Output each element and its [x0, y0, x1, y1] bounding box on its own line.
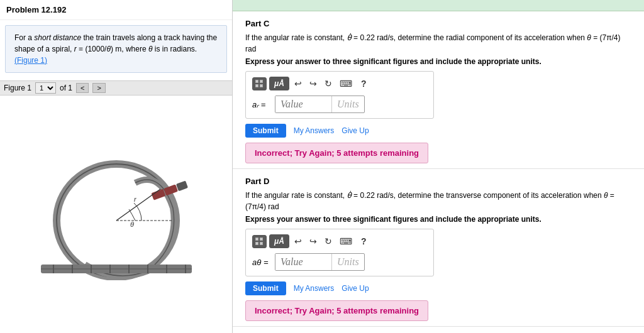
part-d-help-button[interactable]: ? [357, 234, 370, 248]
top-bar [233, 0, 644, 11]
part-d-feedback: Incorrect; Try Again; 5 attempts remaini… [245, 300, 428, 321]
part-c-refresh-button[interactable]: ↻ [322, 77, 335, 90]
part-d-value-input[interactable] [275, 254, 332, 270]
part-c-submit-button[interactable]: Submit [245, 124, 286, 138]
part-d-redo-button[interactable]: ↪ [307, 235, 319, 248]
part-c-my-answers-link[interactable]: My Answers [294, 126, 335, 135]
figure-bar: Figure 1 1 of 1 < > [0, 80, 232, 96]
svg-line-5 [116, 189, 160, 221]
part-d-title: Part D [245, 177, 631, 186]
part-c-grid-button[interactable] [252, 77, 267, 90]
part-c-toolbar: μÅ ↩ ↪ ↻ ⌨ ? [252, 77, 427, 90]
part-c-feedback: Incorrect; Try Again; 5 attempts remaini… [245, 143, 428, 163]
figure-label: Figure 1 [4, 84, 31, 92]
part-d-grid-button[interactable] [252, 235, 267, 248]
svg-text:r: r [134, 195, 137, 203]
part-d-answer-field-box: Units [275, 253, 365, 271]
part-c-answer-row: aᵣ = Units [252, 96, 427, 113]
part-d-keyboard-button[interactable]: ⌨ [337, 235, 355, 248]
part-d-answer-label: aθ = [252, 258, 270, 267]
figure-prev-button[interactable]: < [76, 83, 89, 93]
part-d-units-display: Units [332, 254, 364, 270]
part-d-input-container: μÅ ↩ ↪ ↻ ⌨ ? aθ = Units [245, 229, 434, 276]
problem-description: For a short distance the train travels a… [5, 25, 227, 73]
figure-select[interactable]: 1 [35, 82, 56, 94]
part-c-express-note: Express your answer to three significant… [245, 57, 631, 66]
svg-rect-4 [175, 181, 187, 192]
part-c-answer-label: aᵣ = [252, 100, 270, 109]
part-c-answer-field-box: Units [275, 96, 365, 113]
part-d-answer-row: aθ = Units [252, 253, 427, 271]
part-c-value-input[interactable] [275, 96, 332, 112]
part-d-description: If the angular rate is constant, θ̇ = 0.… [245, 190, 631, 212]
part-d-submit-button[interactable]: Submit [245, 281, 286, 295]
part-c-description: If the angular rate is constant, θ̇ = 0.… [245, 32, 631, 55]
part-c-title: Part C [245, 19, 631, 28]
left-panel: Problem 12.192 For a short distance the … [0, 0, 233, 333]
right-panel: Part C If the angular rate is constant, … [233, 0, 644, 333]
part-c-give-up-link[interactable]: Give Up [341, 126, 369, 135]
part-c-redo-button[interactable]: ↪ [307, 77, 319, 90]
part-d-action-row: Submit My Answers Give Up [245, 281, 631, 295]
figure-area: r θ r = 1000/θ [0, 96, 232, 333]
part-c-keyboard-button[interactable]: ⌨ [337, 77, 355, 90]
svg-text:θ: θ [130, 221, 134, 228]
grid-icon-d [255, 237, 264, 246]
part-c-section: Part C If the angular rate is constant, … [233, 11, 644, 169]
part-c-mu-button[interactable]: μÅ [269, 77, 289, 90]
part-d-express-note: Express your answer to three significant… [245, 215, 631, 224]
part-d-mu-button[interactable]: μÅ [269, 234, 289, 248]
problem-header: Problem 12.192 [0, 0, 232, 20]
part-c-action-row: Submit My Answers Give Up [245, 124, 631, 138]
part-d-toolbar: μÅ ↩ ↪ ↻ ⌨ ? [252, 234, 427, 248]
figure-link[interactable]: (Figure 1) [14, 56, 47, 65]
part-d-undo-button[interactable]: ↩ [292, 235, 304, 248]
part-c-help-button[interactable]: ? [357, 77, 370, 90]
part-c-undo-button[interactable]: ↩ [292, 77, 304, 90]
figure-next-button[interactable]: > [92, 83, 105, 93]
part-d-give-up-link[interactable]: Give Up [341, 284, 369, 293]
part-d-my-answers-link[interactable]: My Answers [294, 284, 335, 293]
part-d-section: Part D If the angular rate is constant, … [233, 169, 644, 327]
part-d-refresh-button[interactable]: ↻ [322, 235, 335, 248]
figure-of-label: of 1 [60, 84, 72, 92]
part-c-units-display: Units [332, 96, 364, 112]
part-c-input-container: μÅ ↩ ↪ ↻ ⌨ ? aᵣ = Units [245, 71, 434, 119]
grid-icon [255, 80, 264, 88]
train-figure: r θ r = 1000/θ [28, 148, 204, 280]
